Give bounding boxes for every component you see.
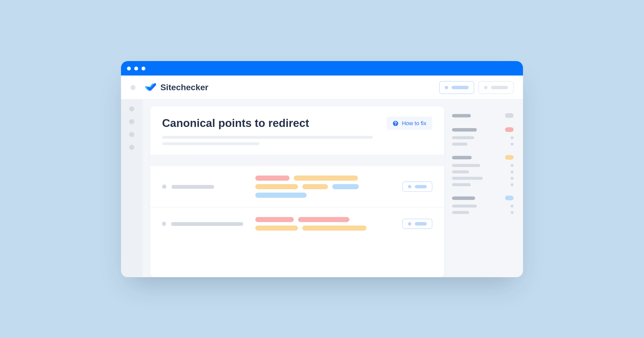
tag-pill bbox=[294, 175, 358, 180]
window-control-dot[interactable] bbox=[134, 66, 138, 70]
placeholder-bar bbox=[162, 142, 259, 145]
placeholder-bar bbox=[452, 211, 469, 214]
section-divider bbox=[150, 155, 445, 166]
side-item[interactable] bbox=[452, 205, 514, 208]
side-item[interactable] bbox=[452, 211, 514, 214]
placeholder-bar bbox=[171, 222, 244, 225]
placeholder-bar bbox=[162, 136, 373, 139]
placeholder-bar bbox=[452, 170, 469, 173]
side-item[interactable] bbox=[452, 183, 514, 186]
window-control-dot[interactable] bbox=[127, 66, 131, 70]
side-panel bbox=[450, 106, 523, 277]
window-control-dot[interactable] bbox=[142, 66, 145, 70]
status-badge bbox=[505, 155, 514, 160]
placeholder-bar bbox=[452, 136, 474, 139]
logo-check-icon bbox=[145, 82, 156, 92]
placeholder-bar bbox=[172, 185, 214, 188]
row-tags bbox=[255, 217, 390, 230]
description-placeholder bbox=[162, 136, 432, 145]
placeholder-bar bbox=[452, 177, 483, 180]
placeholder-bar bbox=[415, 185, 427, 188]
tag-pill bbox=[255, 217, 294, 222]
nav-rail-item[interactable] bbox=[129, 145, 134, 150]
side-group bbox=[452, 155, 514, 186]
placeholder-bar bbox=[452, 164, 480, 167]
main-area: Canonical points to redirect How to fix bbox=[142, 99, 523, 277]
tag-pill bbox=[255, 175, 290, 180]
nav-rail-item[interactable] bbox=[129, 119, 134, 124]
placeholder-bar bbox=[452, 196, 475, 200]
placeholder-bar bbox=[415, 222, 427, 225]
placeholder-bar bbox=[452, 205, 477, 208]
side-group bbox=[452, 113, 514, 118]
header-button-secondary[interactable] bbox=[478, 81, 513, 93]
side-item[interactable] bbox=[452, 136, 514, 139]
window-titlebar bbox=[121, 61, 523, 75]
placeholder-icon bbox=[511, 170, 514, 173]
placeholder-icon bbox=[408, 185, 412, 188]
how-to-fix-label: How to fix bbox=[402, 120, 426, 126]
side-group bbox=[452, 127, 514, 146]
nav-rail bbox=[121, 99, 142, 277]
nav-rail-item[interactable] bbox=[129, 106, 134, 111]
placeholder-icon bbox=[162, 184, 166, 189]
side-item[interactable] bbox=[452, 164, 514, 167]
app-window: Sitechecker bbox=[121, 61, 523, 277]
placeholder-icon bbox=[511, 177, 514, 180]
status-badge bbox=[505, 127, 514, 132]
placeholder-icon bbox=[511, 183, 514, 186]
tag-pill bbox=[302, 225, 367, 230]
placeholder-icon bbox=[408, 222, 412, 225]
row-label bbox=[162, 222, 243, 226]
placeholder-icon bbox=[511, 142, 514, 146]
tag-pill bbox=[302, 184, 328, 189]
placeholder-icon bbox=[511, 211, 514, 214]
placeholder-bar bbox=[452, 128, 477, 131]
placeholder-bar bbox=[452, 183, 471, 186]
placeholder-icon bbox=[484, 85, 488, 89]
top-bar: Sitechecker bbox=[121, 75, 523, 99]
app-body: Canonical points to redirect How to fix bbox=[121, 99, 523, 277]
row-action-button[interactable] bbox=[403, 219, 432, 229]
issue-row bbox=[150, 207, 445, 240]
menu-icon[interactable] bbox=[130, 85, 135, 90]
placeholder-icon bbox=[511, 136, 514, 139]
how-to-fix-button[interactable]: How to fix bbox=[387, 116, 432, 130]
app-name: Sitechecker bbox=[160, 82, 208, 92]
placeholder-bar bbox=[491, 85, 508, 89]
placeholder-bar bbox=[452, 85, 469, 89]
card-header: Canonical points to redirect How to fix bbox=[150, 106, 445, 155]
placeholder-icon bbox=[511, 205, 514, 208]
help-icon bbox=[392, 120, 398, 126]
placeholder-bar bbox=[452, 156, 472, 159]
row-tags bbox=[255, 175, 390, 198]
tag-pill bbox=[255, 192, 307, 198]
tag-pill bbox=[298, 217, 349, 222]
tag-pill bbox=[255, 184, 298, 189]
issue-row bbox=[150, 166, 445, 207]
side-item[interactable] bbox=[452, 177, 514, 180]
placeholder-bar bbox=[452, 142, 467, 146]
page-title: Canonical points to redirect bbox=[162, 116, 309, 130]
side-group bbox=[452, 196, 514, 214]
nav-rail-item[interactable] bbox=[129, 132, 134, 137]
side-item[interactable] bbox=[452, 170, 514, 173]
tag-pill bbox=[255, 225, 298, 230]
row-label bbox=[162, 184, 243, 189]
placeholder-icon bbox=[511, 164, 514, 167]
row-action-button[interactable] bbox=[403, 181, 432, 192]
app-logo[interactable]: Sitechecker bbox=[145, 82, 208, 92]
placeholder-icon bbox=[445, 85, 448, 89]
placeholder-bar bbox=[452, 114, 471, 117]
status-badge bbox=[505, 113, 514, 118]
side-item[interactable] bbox=[452, 142, 514, 146]
tag-pill bbox=[332, 184, 359, 189]
placeholder-icon bbox=[162, 222, 166, 226]
header-button-primary[interactable] bbox=[439, 81, 474, 93]
status-badge bbox=[505, 196, 514, 200]
issue-card: Canonical points to redirect How to fix bbox=[150, 106, 445, 277]
